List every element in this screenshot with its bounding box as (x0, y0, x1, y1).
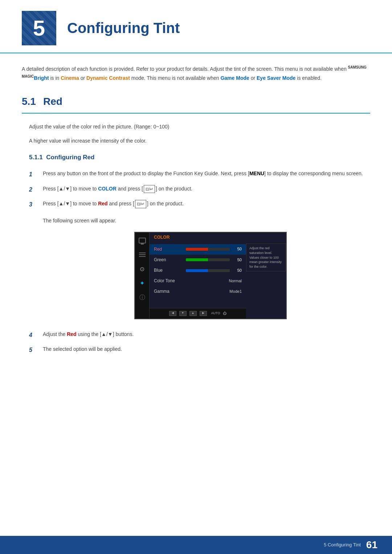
display-icon (139, 238, 146, 243)
step-4-text: Adjust the Red using the [▲/▼] buttons. (43, 330, 370, 339)
monitor-menu: ⊙ ✦ ⓘ COLOR Red (134, 232, 287, 319)
chapter-header: 5 Configuring Tint (0, 0, 392, 53)
step-2-num: 2 (29, 185, 40, 194)
red-bar-fill (186, 248, 208, 251)
monitor-icon (138, 236, 147, 245)
menu-item-red: Red 50 (150, 244, 246, 255)
tooltip-text: Adjust the red saturation level. Values … (249, 246, 282, 268)
game-mode-highlight: Game Mode (220, 75, 249, 81)
information-icon: ⓘ (139, 293, 145, 302)
red-value: 50 (233, 246, 242, 253)
color-tone-value: Normal (229, 278, 242, 284)
steps-list: 1 Press any button on the front of the p… (29, 169, 370, 209)
power-icon: ⏻ (223, 311, 226, 316)
footer-page-number: 61 (366, 537, 377, 553)
color-tone-label: Color Tone (154, 278, 183, 284)
green-value: 50 (233, 257, 242, 263)
step-4-num: 4 (29, 330, 40, 340)
nav-left-btn: ◀ (169, 311, 176, 316)
menu-items-area: COLOR Red 50 Green (150, 233, 246, 308)
button-icon-2: ⊡/↵ (135, 200, 146, 208)
lines-icon (138, 250, 147, 259)
menu-item-gamma: Gamma Mode1 (150, 286, 246, 297)
step-2: 2 Press [▲/▼] to move to COLOR and press… (29, 185, 370, 194)
gear-icon: ✦ (138, 279, 147, 287)
menu-spacer (150, 297, 246, 308)
step-3: 3 Press [▲/▼] to move to Red and press [… (29, 200, 370, 209)
main-content: A detailed description of each function … (0, 64, 392, 355)
step-2-text: Press [▲/▼] to move to COLOR and press [… (43, 185, 370, 193)
green-bar-container (186, 258, 230, 261)
gamma-value: Mode1 (229, 288, 242, 295)
blue-value: 50 (233, 267, 242, 274)
blue-bar-container (186, 269, 230, 272)
menu-item-blue: Blue 50 (150, 265, 246, 276)
section-para-2: A higher value will increase the intensi… (29, 137, 370, 145)
tooltip-box: Adjust the red saturation level. Values … (246, 243, 286, 271)
step-1: 1 Press any button on the front of the p… (29, 169, 370, 179)
section-title: Red (43, 94, 62, 110)
dynamic-contrast-highlight: Dynamic Contrast (86, 75, 130, 81)
step-1-num: 1 (29, 169, 40, 179)
page-footer: 5 Configuring Tint 61 (0, 536, 392, 554)
menu-item-green: Green 50 (150, 255, 246, 265)
step-3-sub: The following screen will appear. (43, 217, 370, 225)
menu-bottom-bar: ◀ ▼ ▲ ▶ AUTO ⏻ (150, 308, 246, 319)
menu-lines-icon (139, 253, 146, 257)
info-icon: ⓘ (138, 293, 147, 301)
menu-item-color-tone: Color Tone Normal (150, 276, 246, 286)
red-label: Red (154, 246, 183, 253)
green-bar-fill (186, 258, 208, 261)
picture-settings-icon: ⊙ (140, 264, 144, 274)
steps-list-2: 4 Adjust the Red using the [▲/▼] buttons… (29, 330, 370, 355)
gamma-label: Gamma (154, 288, 183, 295)
cinema-highlight: Cinema (61, 75, 79, 81)
auto-label: AUTO (211, 311, 220, 316)
nav-down-btn: ▼ (179, 311, 187, 316)
chapter-title: Configuring Tint (67, 11, 180, 40)
red-bar-container (186, 248, 230, 251)
section-number: 5.1 (22, 94, 36, 110)
menu-sidebar: ⊙ ✦ ⓘ (135, 233, 150, 318)
settings-gear-icon: ✦ (140, 279, 144, 288)
section-para-1: Adjust the value of the color red in the… (29, 123, 370, 131)
menu-color-label: COLOR (150, 233, 246, 242)
step-5: 5 The selected option will be applied. (29, 345, 370, 355)
blue-label: Blue (154, 267, 183, 274)
step-3-text: Press [▲/▼] to move to Red and press [⊡/… (43, 200, 370, 208)
step-1-text: Press any button on the front of the pro… (43, 169, 370, 178)
step-5-num: 5 (29, 345, 40, 355)
button-icon-1: ⊡/↵ (144, 185, 155, 193)
footer-chapter-text: 5 Configuring Tint (324, 541, 361, 549)
green-label: Green (154, 257, 183, 263)
step-4: 4 Adjust the Red using the [▲/▼] buttons… (29, 330, 370, 340)
step-3-num: 3 (29, 200, 40, 209)
step-5-text: The selected option will be applied. (43, 345, 370, 354)
brand-highlight: Bright (34, 75, 49, 81)
blue-bar-fill (186, 269, 208, 272)
picture-icon: ⊙ (138, 264, 147, 273)
nav-up-btn: ▲ (189, 311, 197, 316)
eye-saver-highlight: Eye Saver Mode (257, 75, 295, 81)
subsection-5-1-1-title: 5.1.1 Configuring Red (29, 152, 370, 162)
chapter-number: 5 (22, 11, 56, 45)
nav-right-btn: ▶ (200, 311, 207, 316)
section-5-1-body: Adjust the value of the color red in the… (22, 123, 370, 355)
section-5-1-header: 5.1 Red (22, 94, 370, 114)
menu-main: COLOR Red 50 Green (150, 233, 246, 318)
monitor-screenshot: ⊙ ✦ ⓘ COLOR Red (51, 232, 370, 319)
intro-paragraph: A detailed description of each function … (22, 64, 370, 83)
